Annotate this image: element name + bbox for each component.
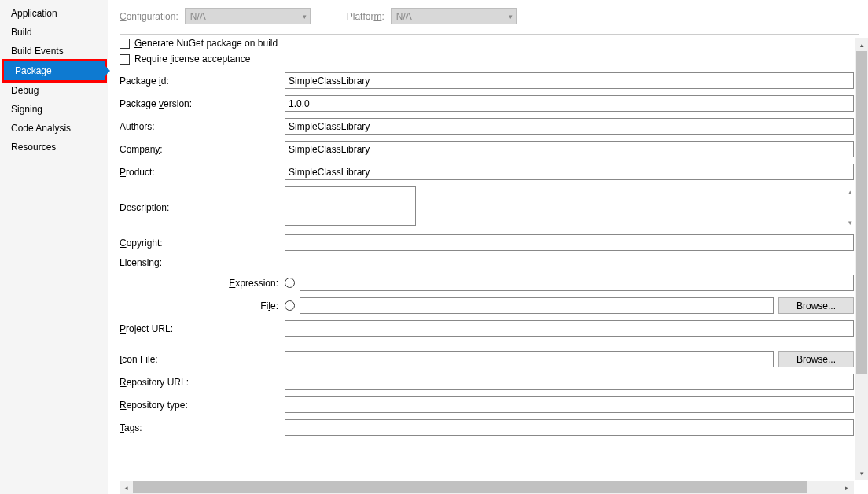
sidebar-item-debug[interactable]: Debug bbox=[0, 81, 108, 100]
vertical-scrollbar[interactable]: ▴ ▾ bbox=[855, 38, 868, 480]
require-license-checkbox[interactable] bbox=[120, 54, 130, 65]
sidebar-item-package[interactable]: Package bbox=[4, 61, 105, 80]
scroll-left-icon[interactable]: ◂ bbox=[120, 481, 133, 494]
expression-input[interactable] bbox=[300, 275, 854, 291]
sidebar-item-application[interactable]: Application bbox=[0, 4, 108, 23]
project-url-label: Project URL: bbox=[120, 323, 285, 334]
product-input[interactable] bbox=[285, 164, 854, 180]
package-version-input[interactable] bbox=[285, 95, 854, 112]
sidebar-item-resources[interactable]: Resources bbox=[0, 138, 108, 157]
tags-input[interactable] bbox=[285, 419, 854, 436]
scroll-area: Generate NuGet package on build Require … bbox=[120, 38, 854, 480]
sidebar-item-signing[interactable]: Signing bbox=[0, 100, 108, 119]
description-input[interactable] bbox=[285, 186, 416, 226]
icon-file-input[interactable] bbox=[285, 351, 774, 367]
company-label: Company: bbox=[120, 144, 285, 155]
authors-label: Authors: bbox=[120, 121, 285, 132]
generate-nuget-checkbox[interactable] bbox=[120, 39, 130, 49]
copyright-label: Copyright: bbox=[120, 238, 285, 249]
icon-file-label: Icon File: bbox=[120, 354, 285, 365]
configuration-value: N/A bbox=[190, 11, 206, 22]
horizontal-scrollbar[interactable]: ◂ ▸ bbox=[120, 481, 854, 494]
sidebar-item-build-events[interactable]: Build Events bbox=[0, 42, 108, 61]
expression-label: Expression: bbox=[120, 278, 285, 289]
tags-label: Tags: bbox=[120, 422, 285, 433]
platform-label: Platform: bbox=[347, 11, 384, 22]
sidebar: Application Build Build Events Package D… bbox=[0, 0, 108, 494]
repository-url-input[interactable] bbox=[285, 374, 854, 390]
generate-nuget-label: Generate NuGet package on build bbox=[134, 38, 278, 49]
repository-url-label: Repository URL: bbox=[120, 377, 285, 388]
sidebar-item-code-analysis[interactable]: Code Analysis bbox=[0, 119, 108, 138]
browse-license-button[interactable]: Browse... bbox=[778, 297, 854, 314]
configuration-combo[interactable]: N/A ▾ bbox=[185, 8, 311, 24]
package-version-label: Package version: bbox=[120, 98, 285, 109]
scroll-up-icon[interactable]: ▴ bbox=[855, 38, 868, 51]
scroll-thumb[interactable] bbox=[856, 51, 867, 374]
file-input[interactable] bbox=[300, 297, 774, 314]
platform-value: N/A bbox=[396, 11, 412, 22]
product-label: Product: bbox=[120, 167, 285, 178]
chevron-down-icon: ▾ bbox=[509, 13, 513, 20]
highlight-box: Package bbox=[2, 59, 107, 83]
company-input[interactable] bbox=[285, 141, 854, 157]
scroll-up-icon: ▴ bbox=[848, 188, 852, 196]
main-panel: Configuration: N/A ▾ Platform: N/A ▾ Gen… bbox=[108, 0, 868, 494]
divider bbox=[120, 34, 859, 35]
browse-icon-button[interactable]: Browse... bbox=[778, 351, 854, 367]
config-row: Configuration: N/A ▾ Platform: N/A ▾ bbox=[120, 8, 859, 24]
package-id-label: Package id: bbox=[120, 76, 285, 87]
repository-type-label: Repository type: bbox=[120, 400, 285, 411]
sidebar-item-build[interactable]: Build bbox=[0, 23, 108, 42]
chevron-down-icon: ▾ bbox=[303, 13, 307, 20]
configuration-label: Configuration: bbox=[120, 11, 178, 22]
platform-combo[interactable]: N/A ▾ bbox=[391, 8, 517, 24]
copyright-input[interactable] bbox=[285, 234, 854, 251]
file-radio[interactable] bbox=[285, 300, 295, 311]
package-id-input[interactable] bbox=[285, 72, 854, 89]
repository-type-input[interactable] bbox=[285, 396, 854, 413]
licensing-label: Licensing: bbox=[120, 257, 285, 268]
scroll-thumb[interactable] bbox=[133, 481, 807, 493]
expression-radio[interactable] bbox=[285, 278, 295, 288]
description-label: Description: bbox=[120, 202, 285, 213]
scroll-right-icon[interactable]: ▸ bbox=[840, 481, 854, 494]
authors-input[interactable] bbox=[285, 118, 854, 135]
file-label: File: bbox=[120, 300, 285, 312]
require-license-label: Require license acceptance bbox=[134, 53, 250, 65]
scroll-down-icon: ▾ bbox=[848, 219, 852, 227]
project-url-input[interactable] bbox=[285, 320, 854, 337]
scroll-down-icon[interactable]: ▾ bbox=[855, 466, 868, 480]
